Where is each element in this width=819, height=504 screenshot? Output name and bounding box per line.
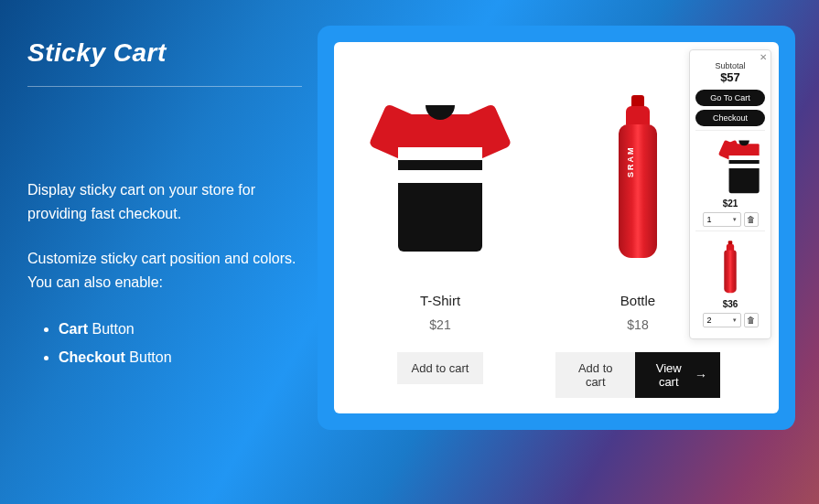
view-cart-button[interactable]: View cart → bbox=[635, 352, 720, 398]
product-card-tshirt: T-Shirt $21 Add to cart bbox=[358, 77, 523, 398]
arrow-right-icon: → bbox=[695, 368, 707, 382]
quantity-stepper[interactable]: 1 ▾ bbox=[703, 212, 741, 227]
delete-item-button[interactable]: 🗑 bbox=[744, 313, 759, 327]
bottle-icon bbox=[723, 241, 738, 294]
description-1: Display sticky cart on your store for pr… bbox=[27, 178, 302, 225]
cart-item: $36 2 ▾ 🗑 bbox=[695, 231, 765, 331]
add-to-cart-button[interactable]: Add to cart bbox=[555, 352, 635, 398]
feature-item: Cart Button bbox=[59, 316, 302, 343]
chevron-down-icon: ▾ bbox=[733, 316, 737, 324]
trash-icon: 🗑 bbox=[747, 316, 755, 325]
cart-item-thumb bbox=[705, 138, 756, 195]
sticky-cart-panel: ✕ Subtotal $57 Go To Cart Checkout $21 1… bbox=[689, 49, 771, 339]
delete-item-button[interactable]: 🗑 bbox=[744, 212, 759, 227]
preview-browser: T-Shirt $21 Add to cart SRAM Bottle $18 … bbox=[318, 26, 795, 430]
cart-item: $21 1 ▾ 🗑 bbox=[695, 130, 765, 231]
tshirt-icon bbox=[721, 138, 739, 194]
product-price: $21 bbox=[358, 317, 523, 332]
preview-viewport: T-Shirt $21 Add to cart SRAM Bottle $18 … bbox=[334, 42, 779, 413]
feature-list: Cart Button Checkout Button bbox=[27, 316, 302, 371]
add-to-cart-button[interactable]: Add to cart bbox=[397, 352, 484, 384]
marketing-panel: Sticky Cart Display sticky cart on your … bbox=[27, 38, 302, 371]
bottle-icon: SRAM bbox=[615, 95, 661, 260]
view-cart-label: View cart bbox=[648, 361, 689, 389]
description-2: Customize sticky cart position and color… bbox=[27, 247, 302, 294]
cart-item-thumb bbox=[705, 239, 756, 295]
close-icon[interactable]: ✕ bbox=[760, 52, 767, 62]
page-title: Sticky Cart bbox=[27, 38, 302, 87]
trash-icon: 🗑 bbox=[747, 215, 755, 224]
go-to-cart-button[interactable]: Go To Cart bbox=[695, 90, 765, 106]
quantity-value: 2 bbox=[707, 316, 712, 325]
product-image bbox=[358, 77, 523, 278]
cart-item-price: $36 bbox=[695, 299, 765, 309]
subtotal-value: $57 bbox=[695, 70, 765, 84]
subtotal-label: Subtotal bbox=[695, 61, 765, 70]
product-name: T-Shirt bbox=[358, 293, 523, 308]
quantity-value: 1 bbox=[707, 215, 712, 224]
tshirt-icon bbox=[376, 100, 504, 255]
feature-item: Checkout Button bbox=[59, 344, 302, 371]
checkout-button[interactable]: Checkout bbox=[695, 110, 765, 126]
chevron-down-icon: ▾ bbox=[733, 216, 737, 223]
product-grid: T-Shirt $21 Add to cart SRAM Bottle $18 … bbox=[358, 77, 720, 398]
cart-item-price: $21 bbox=[695, 198, 765, 209]
quantity-stepper[interactable]: 2 ▾ bbox=[703, 313, 741, 327]
